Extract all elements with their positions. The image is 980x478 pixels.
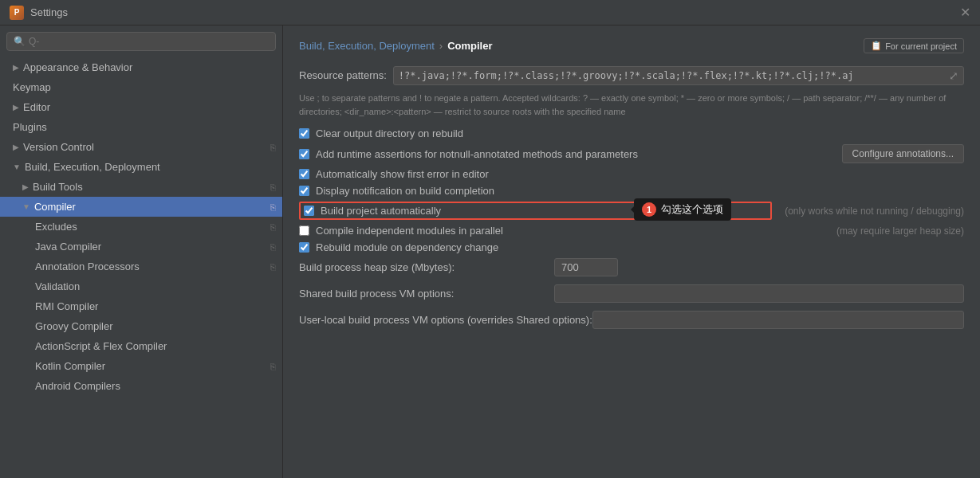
option-label-rebuild-dependency: Rebuild module on dependency change (316, 241, 498, 253)
tooltip-bubble: 1勾选这个选项 (634, 198, 731, 221)
breadcrumb-current: Compiler (447, 40, 492, 52)
checkbox-add-assertions[interactable] (299, 149, 309, 159)
search-input[interactable] (29, 36, 269, 47)
sidebar-item-compiler[interactable]: ▼ Compiler⎘ (0, 197, 282, 217)
close-button[interactable]: ✕ (960, 5, 970, 20)
heap-input[interactable] (554, 258, 618, 276)
arrow-icon: ▶ (13, 63, 19, 72)
resource-label: Resource patterns: (299, 66, 387, 81)
sidebar-item-actionscript-compiler[interactable]: ActionScript & Flex Compiler (0, 336, 282, 356)
sidebar-item-label: Annotation Processors (35, 261, 140, 272)
sidebar-item-label: Editor (23, 101, 50, 113)
sidebar-items-container: ▶ Appearance & BehaviorKeymap▶ EditorPlu… (0, 57, 282, 396)
settings-window: P Settings ✕ 🔍 ▶ Appearance & BehaviorKe… (0, 0, 980, 478)
sidebar-item-label: Build, Execution, Deployment (25, 161, 160, 173)
sidebar-item-java-compiler[interactable]: Java Compiler⎘ (0, 237, 282, 257)
resource-input[interactable] (399, 70, 949, 81)
option-label-add-assertions: Add runtime assertions for notnull-annot… (316, 148, 638, 160)
sidebar-item-validation[interactable]: Validation (0, 276, 282, 296)
sidebar-item-rmi-compiler[interactable]: RMI Compiler (0, 296, 282, 316)
user-local-vm-row: User-local build process VM options (ove… (299, 311, 964, 329)
checkbox-compile-parallel[interactable] (299, 225, 309, 236)
breadcrumb: Build, Execution, Deployment › Compiler … (299, 38, 964, 53)
option-row-show-error: Automatically show first error in editor (299, 168, 964, 180)
expand-icon[interactable]: ⤢ (949, 69, 958, 82)
sidebar-item-label: Excludes (35, 221, 77, 233)
sidebar-item-label: Validation (35, 280, 80, 292)
sidebar-item-plugins[interactable]: Plugins (0, 117, 282, 137)
copy-icon: ⎘ (270, 202, 276, 212)
arrow-icon: ▶ (13, 103, 19, 112)
project-button[interactable]: 📋 For current project (864, 38, 964, 53)
option-row-clear-output: Clear output directory on rebuild (299, 127, 964, 139)
sidebar-item-annotation-processors[interactable]: Annotation Processors⎘ (0, 257, 282, 276)
main-body: 🔍 ▶ Appearance & BehaviorKeymap▶ EditorP… (0, 25, 980, 478)
configure-annotations-button[interactable]: Configure annotations... (842, 144, 964, 163)
checkbox-display-notification[interactable] (299, 186, 309, 196)
titlebar: P Settings ✕ (0, 0, 980, 25)
sidebar-item-appearance[interactable]: ▶ Appearance & Behavior (0, 57, 282, 77)
search-box[interactable]: 🔍 (6, 32, 276, 51)
resource-hint: Use ; to separate patterns and ! to nega… (299, 92, 964, 118)
copy-icon: ⎘ (270, 143, 276, 152)
project-btn-icon: 📋 (871, 41, 882, 51)
option-label-build-automatically: Build project automatically (321, 205, 441, 217)
resource-input-wrap[interactable]: ⤢ (393, 66, 964, 85)
project-btn-label: For current project (885, 41, 957, 51)
sidebar-item-label: Groovy Compiler (35, 320, 113, 332)
sidebar-item-label: Appearance & Behavior (23, 61, 132, 73)
side-note-build-automatically: (only works while not running / debuggin… (785, 206, 964, 217)
user-local-vm-label: User-local build process VM options (ove… (299, 314, 592, 326)
sidebar-item-label: Version Control (23, 141, 94, 153)
sidebar-item-label: RMI Compiler (35, 300, 98, 312)
option-row-build-automatically: Build project automatically(only works w… (299, 202, 964, 220)
tooltip-text: 勾选这个选项 (661, 202, 723, 217)
option-row-rebuild-dependency: Rebuild module on dependency change (299, 241, 964, 253)
shared-vm-label: Shared build process VM options: (299, 288, 554, 300)
sidebar-item-build-execution[interactable]: ▼ Build, Execution, Deployment (0, 157, 282, 177)
checkbox-clear-output[interactable] (299, 128, 309, 139)
copy-icon: ⎘ (270, 242, 276, 252)
content-panel: Build, Execution, Deployment › Compiler … (283, 25, 980, 478)
options-container: Clear output directory on rebuildAdd run… (299, 127, 964, 253)
arrow-icon: ▶ (22, 182, 29, 191)
checkbox-show-error[interactable] (299, 169, 309, 179)
sidebar-item-keymap[interactable]: Keymap (0, 77, 282, 97)
option-row-compile-parallel: Compile independent modules in parallel(… (299, 225, 964, 237)
checkbox-build-automatically[interactable] (304, 206, 314, 216)
sidebar-item-label: Build Tools (33, 181, 83, 193)
sidebar-item-editor[interactable]: ▶ Editor (0, 97, 282, 117)
side-note-compile-parallel: (may require larger heap size) (836, 225, 964, 237)
arrow-icon: ▶ (13, 143, 19, 151)
shared-vm-input[interactable] (554, 284, 964, 303)
shared-vm-row: Shared build process VM options: (299, 284, 964, 303)
sidebar-item-android-compilers[interactable]: Android Compilers (0, 376, 282, 396)
sidebar-item-excludes[interactable]: Excludes⎘ (0, 217, 282, 237)
sidebar-item-version-control[interactable]: ▶ Version Control⎘ (0, 137, 282, 157)
window-title: Settings (30, 6, 68, 18)
sidebar: 🔍 ▶ Appearance & BehaviorKeymap▶ EditorP… (0, 25, 283, 478)
option-label-compile-parallel: Compile independent modules in parallel (316, 225, 503, 237)
user-local-vm-input[interactable] (592, 311, 964, 329)
copy-icon: ⎘ (270, 222, 276, 232)
option-label-clear-output: Clear output directory on rebuild (316, 127, 463, 139)
breadcrumb-link[interactable]: Build, Execution, Deployment (299, 40, 435, 52)
option-row-add-assertions: Add runtime assertions for notnull-annot… (299, 144, 964, 163)
tooltip-number: 1 (642, 202, 656, 217)
option-row-display-notification: Display notification on build completion (299, 185, 964, 197)
sidebar-item-label: Compiler (34, 201, 76, 213)
sidebar-item-build-tools[interactable]: ▶ Build Tools⎘ (0, 177, 282, 197)
option-label-show-error: Automatically show first error in editor (316, 168, 489, 180)
arrow-icon: ▼ (13, 163, 21, 171)
copy-icon: ⎘ (270, 262, 276, 272)
sidebar-item-groovy-compiler[interactable]: Groovy Compiler (0, 316, 282, 336)
sidebar-item-kotlin-compiler[interactable]: Kotlin Compiler⎘ (0, 356, 282, 376)
checkbox-rebuild-dependency[interactable] (299, 242, 309, 253)
app-icon: P (10, 6, 24, 20)
heap-label: Build process heap size (Mbytes): (299, 261, 554, 273)
breadcrumb-arrow: › (439, 40, 443, 52)
resource-patterns-row: Resource patterns: ⤢ (299, 66, 964, 85)
sidebar-item-label: Keymap (13, 81, 51, 93)
sidebar-item-label: Android Compilers (35, 380, 120, 392)
sidebar-item-label: Java Compiler (35, 241, 101, 253)
